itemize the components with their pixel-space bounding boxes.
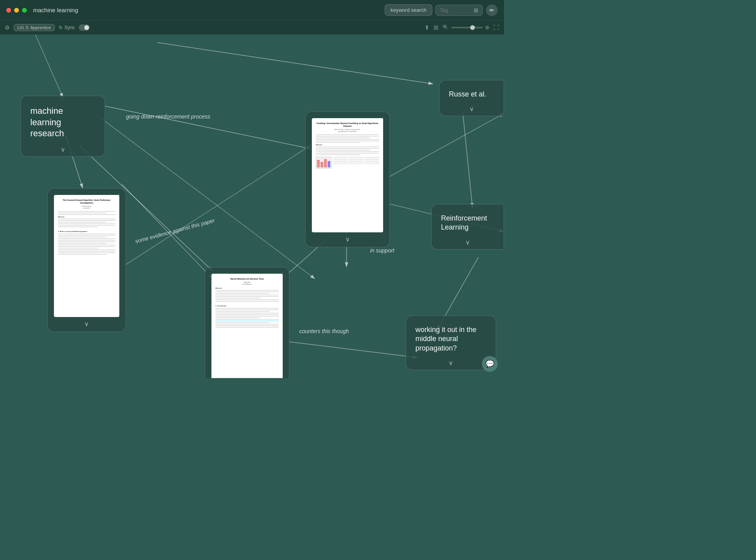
maximize-dot[interactable]	[22, 8, 27, 13]
svg-line-11	[94, 113, 315, 279]
edge-label-counters: counters this though	[299, 328, 349, 334]
paper-line	[58, 252, 115, 253]
bar	[324, 159, 327, 168]
paper-figure	[316, 157, 379, 169]
svg-line-12	[122, 145, 311, 267]
paper-line	[316, 151, 379, 152]
paper-line	[215, 290, 279, 291]
settings-icon[interactable]: ⚙	[5, 24, 10, 31]
cell	[364, 163, 379, 164]
paper-line	[215, 327, 279, 328]
paper-line	[58, 240, 115, 241]
abstract-label: Abstract	[316, 144, 379, 146]
russe-card[interactable]: Russe et al. ∨	[439, 80, 504, 116]
keyword-search-button[interactable]: keyword search	[385, 4, 432, 16]
section-label: 1. What is wrong with Backpropagation	[58, 230, 115, 233]
paper-preview: The Forward-Forward Algorithm: Some Prel…	[54, 195, 119, 317]
paper-line	[215, 314, 279, 315]
paper-line	[58, 246, 115, 247]
paper-line	[58, 251, 115, 252]
table-row	[333, 163, 379, 164]
paper-line	[58, 213, 107, 213]
paper-line	[215, 295, 279, 295]
expand-icon[interactable]: ⤢	[380, 116, 384, 121]
chat-button[interactable]: 💬	[482, 356, 498, 372]
paper-line	[215, 291, 279, 292]
expand-icon[interactable]: ⤢	[116, 193, 120, 198]
paper-title: Grokking: Generalization Beyond Overfitt…	[316, 122, 379, 128]
paper-line	[215, 319, 279, 320]
paper-line	[58, 248, 98, 248]
expand-icon[interactable]: ⤢	[280, 271, 284, 277]
russe-chevron[interactable]: ∨	[439, 102, 504, 116]
svg-line-3	[158, 43, 433, 84]
paper-title: The Forward-Forward Algorithm: Some Prel…	[58, 199, 115, 204]
cell	[333, 163, 348, 164]
paper-line	[215, 324, 279, 325]
reinforcement-chevron[interactable]: ∨	[432, 235, 504, 249]
paper-line	[58, 235, 115, 236]
sync-icon: ↻	[59, 25, 63, 30]
main-node-chevron[interactable]: ∨	[21, 143, 105, 156]
paper-line	[316, 148, 379, 149]
sync-button[interactable]: ↻ Sync	[59, 25, 75, 30]
svg-line-2	[102, 106, 311, 149]
russe-title: Russe et al.	[439, 80, 504, 102]
tag-input-wrap: ⊞	[435, 5, 483, 16]
paper-line	[58, 249, 115, 250]
paper-line	[58, 238, 115, 239]
fullscreen-icon[interactable]: ⛶	[493, 24, 499, 31]
tag-input[interactable]	[440, 7, 471, 13]
paper-line	[58, 220, 115, 221]
grid-icon[interactable]: ⊞	[434, 24, 439, 31]
zoom-slider[interactable]	[451, 27, 483, 28]
forward-forward-paper[interactable]: ⤢ The Forward-Forward Algorithm: Some Pr…	[47, 188, 126, 332]
sync-toggle[interactable]	[79, 24, 90, 31]
reinforcement-card[interactable]: Reinforcement Learning ∨	[431, 204, 504, 250]
neural-networks-paper[interactable]: ⤢ Neural Networks are Decision Trees Cag…	[205, 267, 289, 378]
paper-preview: Neural Networks are Decision Trees Cagla…	[211, 274, 283, 378]
paper-content: The Forward-Forward Algorithm: Some Prel…	[54, 195, 119, 260]
paper-line	[215, 316, 279, 317]
edit-button[interactable]: ✏	[486, 4, 498, 16]
paper-line	[215, 322, 269, 323]
paper-line	[215, 298, 260, 299]
share-icon[interactable]: ⬆	[424, 24, 430, 31]
paper-line	[215, 317, 260, 318]
table-row	[333, 159, 379, 160]
svg-line-13	[122, 184, 213, 279]
zoom-in-icon[interactable]: ⊕	[485, 24, 489, 30]
paper-line	[215, 313, 279, 313]
svg-line-10	[35, 35, 63, 98]
level-badge: LVL 5: Apprentice	[14, 24, 55, 31]
paper-line	[215, 299, 279, 300]
paper-line	[215, 301, 279, 302]
paper-chevron[interactable]: ∨	[48, 317, 126, 332]
paper-line	[316, 136, 379, 137]
zoom-thumb	[470, 25, 475, 30]
paper-line	[215, 296, 279, 297]
paper-line	[316, 153, 379, 154]
cell	[333, 161, 348, 162]
cell	[364, 157, 379, 158]
reinforcement-title: Reinforcement Learning	[432, 204, 504, 235]
chat-icon: 💬	[485, 360, 494, 368]
paper-line	[215, 310, 279, 310]
cell	[364, 159, 379, 160]
paper-line	[58, 234, 115, 234]
bar	[321, 162, 323, 167]
cell	[364, 161, 379, 162]
abstract-label: Abstract	[215, 287, 279, 289]
paper-line	[58, 225, 115, 226]
titlebar-actions: keyword search ⊞ ✏	[385, 4, 498, 16]
zoom-out-icon[interactable]: 🔍	[443, 24, 449, 30]
close-dot[interactable]	[6, 8, 11, 13]
paper-line	[58, 243, 107, 244]
cell	[349, 163, 364, 164]
paper-chevron[interactable]: ∨	[306, 232, 389, 247]
edge-label-evidence: some evidence against this paper	[134, 217, 215, 244]
minimize-dot[interactable]	[14, 8, 19, 13]
paper-line	[316, 154, 360, 155]
grokking-paper[interactable]: ⤢ Grokking: Generalization Beyond Overfi…	[305, 111, 390, 247]
main-node-card[interactable]: machine learning research ∨	[20, 96, 105, 157]
